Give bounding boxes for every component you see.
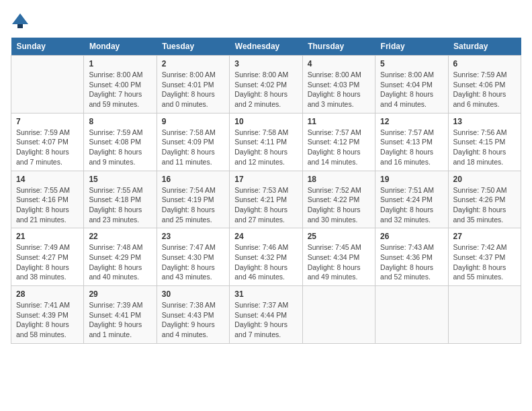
calendar-week-5: 28Sunrise: 7:41 AMSunset: 4:39 PMDayligh… <box>11 286 521 344</box>
day-number: 19 <box>380 175 443 184</box>
calendar-cell: 8Sunrise: 7:59 AMSunset: 4:08 PMDaylight… <box>84 113 157 171</box>
day-info: Sunrise: 7:59 AMSunset: 4:08 PMDaylight:… <box>89 128 151 167</box>
day-number: 20 <box>453 175 516 184</box>
day-number: 29 <box>89 289 151 299</box>
day-info: Sunrise: 7:38 AMSunset: 4:43 PMDaylight:… <box>162 300 224 340</box>
day-info: Sunrise: 7:37 AMSunset: 4:44 PMDaylight:… <box>234 300 297 340</box>
day-info: Sunrise: 8:00 AMSunset: 4:02 PMDaylight:… <box>234 70 297 109</box>
day-number: 18 <box>308 175 370 184</box>
calendar-cell: 29Sunrise: 7:39 AMSunset: 4:41 PMDayligh… <box>84 286 157 344</box>
day-number: 14 <box>16 175 79 184</box>
day-info: Sunrise: 7:42 AMSunset: 4:37 PMDaylight:… <box>453 242 516 282</box>
day-number: 27 <box>453 232 516 241</box>
day-info: Sunrise: 7:58 AMSunset: 4:09 PMDaylight:… <box>162 128 224 167</box>
day-number: 2 <box>162 59 224 68</box>
calendar-cell <box>448 286 521 344</box>
day-number: 6 <box>453 59 516 68</box>
weekday-header-wednesday: Wednesday <box>230 38 302 56</box>
weekday-header-saturday: Saturday <box>448 38 521 56</box>
calendar-cell: 31Sunrise: 7:37 AMSunset: 4:44 PMDayligh… <box>230 286 302 344</box>
day-number: 24 <box>234 232 297 241</box>
calendar-cell: 1Sunrise: 8:00 AMSunset: 4:00 PMDaylight… <box>84 56 157 113</box>
day-info: Sunrise: 7:50 AMSunset: 4:26 PMDaylight:… <box>453 185 516 225</box>
calendar-week-1: 1Sunrise: 8:00 AMSunset: 4:00 PMDaylight… <box>11 56 521 113</box>
calendar-cell: 14Sunrise: 7:55 AMSunset: 4:16 PMDayligh… <box>11 171 84 228</box>
day-info: Sunrise: 7:45 AMSunset: 4:34 PMDaylight:… <box>308 242 370 282</box>
calendar-cell: 2Sunrise: 8:00 AMSunset: 4:01 PMDaylight… <box>157 56 229 113</box>
calendar-cell: 10Sunrise: 7:58 AMSunset: 4:11 PMDayligh… <box>230 113 302 171</box>
day-number: 30 <box>162 289 224 299</box>
day-number: 9 <box>162 117 224 126</box>
calendar-cell: 19Sunrise: 7:51 AMSunset: 4:24 PMDayligh… <box>375 171 448 228</box>
day-number: 26 <box>380 232 443 241</box>
day-number: 13 <box>453 117 516 126</box>
calendar-cell <box>11 56 84 113</box>
logo-icon <box>11 11 30 30</box>
day-info: Sunrise: 7:41 AMSunset: 4:39 PMDaylight:… <box>16 300 79 340</box>
day-info: Sunrise: 7:53 AMSunset: 4:21 PMDaylight:… <box>234 185 297 225</box>
calendar-cell: 20Sunrise: 7:50 AMSunset: 4:26 PMDayligh… <box>448 171 521 228</box>
calendar-cell: 4Sunrise: 8:00 AMSunset: 4:03 PMDaylight… <box>302 56 375 113</box>
day-number: 1 <box>89 59 151 68</box>
day-number: 22 <box>89 232 151 241</box>
day-info: Sunrise: 7:55 AMSunset: 4:16 PMDaylight:… <box>16 185 79 225</box>
calendar-table: SundayMondayTuesdayWednesdayThursdayFrid… <box>11 38 521 344</box>
day-info: Sunrise: 7:48 AMSunset: 4:29 PMDaylight:… <box>89 242 151 282</box>
day-number: 8 <box>89 117 151 126</box>
day-info: Sunrise: 7:59 AMSunset: 4:07 PMDaylight:… <box>16 128 79 167</box>
calendar-cell: 21Sunrise: 7:49 AMSunset: 4:27 PMDayligh… <box>11 228 84 286</box>
calendar-cell: 13Sunrise: 7:56 AMSunset: 4:15 PMDayligh… <box>448 113 521 171</box>
calendar-cell: 30Sunrise: 7:38 AMSunset: 4:43 PMDayligh… <box>157 286 229 344</box>
day-info: Sunrise: 7:59 AMSunset: 4:06 PMDaylight:… <box>453 70 516 109</box>
day-number: 23 <box>162 232 224 241</box>
day-number: 5 <box>380 59 443 68</box>
day-number: 11 <box>308 117 370 126</box>
calendar-cell: 24Sunrise: 7:46 AMSunset: 4:32 PMDayligh… <box>230 228 302 286</box>
day-number: 3 <box>234 59 297 68</box>
calendar-cell: 12Sunrise: 7:57 AMSunset: 4:13 PMDayligh… <box>375 113 448 171</box>
day-number: 16 <box>162 175 224 184</box>
calendar-cell: 22Sunrise: 7:48 AMSunset: 4:29 PMDayligh… <box>84 228 157 286</box>
svg-rect-2 <box>17 24 23 28</box>
calendar-cell: 23Sunrise: 7:47 AMSunset: 4:30 PMDayligh… <box>157 228 229 286</box>
weekday-header-monday: Monday <box>84 38 157 56</box>
calendar-cell: 15Sunrise: 7:55 AMSunset: 4:18 PMDayligh… <box>84 171 157 228</box>
calendar-cell: 17Sunrise: 7:53 AMSunset: 4:21 PMDayligh… <box>230 171 302 228</box>
day-info: Sunrise: 8:00 AMSunset: 4:03 PMDaylight:… <box>308 70 370 109</box>
weekday-header-thursday: Thursday <box>302 38 375 56</box>
day-info: Sunrise: 7:51 AMSunset: 4:24 PMDaylight:… <box>380 185 443 225</box>
weekday-header-sunday: Sunday <box>11 38 84 56</box>
day-number: 10 <box>234 117 297 126</box>
weekday-header-friday: Friday <box>375 38 448 56</box>
day-info: Sunrise: 7:55 AMSunset: 4:18 PMDaylight:… <box>89 185 151 225</box>
calendar-cell: 9Sunrise: 7:58 AMSunset: 4:09 PMDaylight… <box>157 113 229 171</box>
calendar-cell: 6Sunrise: 7:59 AMSunset: 4:06 PMDaylight… <box>448 56 521 113</box>
calendar-cell: 3Sunrise: 8:00 AMSunset: 4:02 PMDaylight… <box>230 56 302 113</box>
calendar-week-2: 7Sunrise: 7:59 AMSunset: 4:07 PMDaylight… <box>11 113 521 171</box>
calendar-cell: 11Sunrise: 7:57 AMSunset: 4:12 PMDayligh… <box>302 113 375 171</box>
calendar-cell: 26Sunrise: 7:43 AMSunset: 4:36 PMDayligh… <box>375 228 448 286</box>
day-number: 25 <box>308 232 370 241</box>
day-info: Sunrise: 7:57 AMSunset: 4:12 PMDaylight:… <box>308 128 370 167</box>
header <box>11 11 521 30</box>
calendar-header: SundayMondayTuesdayWednesdayThursdayFrid… <box>11 38 521 56</box>
calendar-body: 1Sunrise: 8:00 AMSunset: 4:00 PMDaylight… <box>11 56 521 344</box>
day-info: Sunrise: 7:47 AMSunset: 4:30 PMDaylight:… <box>162 242 224 282</box>
calendar-cell: 5Sunrise: 8:00 AMSunset: 4:04 PMDaylight… <box>375 56 448 113</box>
day-number: 28 <box>16 289 79 299</box>
day-number: 17 <box>234 175 297 184</box>
day-info: Sunrise: 7:52 AMSunset: 4:22 PMDaylight:… <box>308 185 370 225</box>
day-number: 15 <box>89 175 151 184</box>
day-number: 31 <box>234 289 297 299</box>
day-info: Sunrise: 7:54 AMSunset: 4:19 PMDaylight:… <box>162 185 224 225</box>
calendar-cell: 7Sunrise: 7:59 AMSunset: 4:07 PMDaylight… <box>11 113 84 171</box>
logo <box>11 11 32 30</box>
day-number: 7 <box>16 117 79 126</box>
calendar-cell: 18Sunrise: 7:52 AMSunset: 4:22 PMDayligh… <box>302 171 375 228</box>
day-number: 21 <box>16 232 79 241</box>
day-number: 4 <box>308 59 370 68</box>
calendar-week-4: 21Sunrise: 7:49 AMSunset: 4:27 PMDayligh… <box>11 228 521 286</box>
day-info: Sunrise: 8:00 AMSunset: 4:04 PMDaylight:… <box>380 70 443 109</box>
day-info: Sunrise: 7:43 AMSunset: 4:36 PMDaylight:… <box>380 242 443 282</box>
calendar-cell: 16Sunrise: 7:54 AMSunset: 4:19 PMDayligh… <box>157 171 229 228</box>
